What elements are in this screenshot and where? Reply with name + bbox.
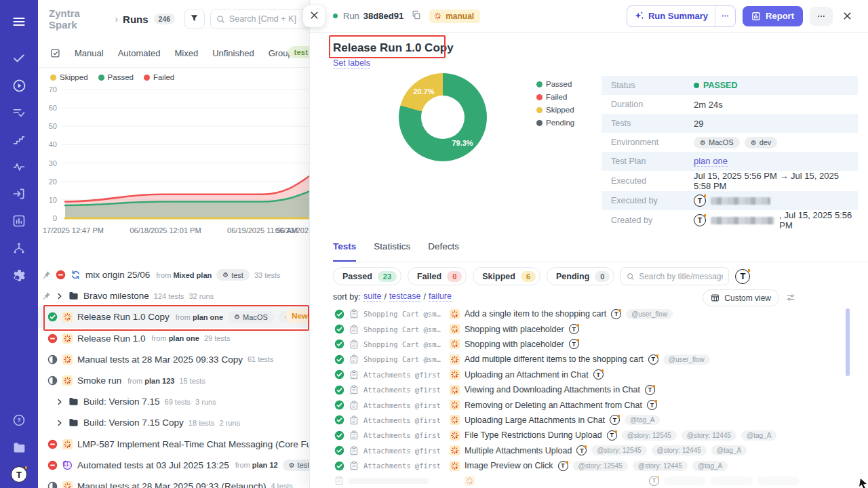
gear-icon: ⚙	[700, 139, 706, 146]
runs-count-badge: 246	[154, 14, 176, 24]
donut-legend-item-skipped[interactable]: Skipped	[536, 106, 574, 114]
view-settings-sliders-icon[interactable]	[785, 291, 797, 304]
close-run-details-button[interactable]	[840, 8, 855, 24]
test-row[interactable]: Attachments @firstRemoving or Deleting a…	[310, 397, 868, 412]
runs-tab-automated[interactable]: Automated	[118, 48, 161, 58]
run-title: LMP-587 Implement Real-Time Chat Messagi…	[77, 439, 309, 449]
settings-gear-icon[interactable]	[0, 262, 38, 289]
set-labels-link[interactable]: Set labels	[333, 58, 370, 69]
test-title[interactable]: Image Preview on Click	[465, 461, 553, 470]
branches-icon[interactable]	[0, 235, 38, 262]
run-summary-button[interactable]: Run Summary	[627, 6, 715, 26]
help-icon[interactable]: ?	[0, 407, 38, 434]
plan-name[interactable]: plan one	[193, 313, 223, 321]
run-row[interactable]: Release Run 1.0from plan one29 tests	[38, 328, 309, 349]
filter-passed-button[interactable]: Passed23	[333, 267, 401, 285]
test-title[interactable]: Uploading Large Attachments in Chat	[465, 415, 605, 425]
plan-name[interactable]: plan 123	[144, 377, 174, 385]
tab-defects[interactable]: Defects	[428, 241, 459, 262]
donut-legend-item-pending[interactable]: Pending	[536, 119, 574, 127]
tab-tests[interactable]: Tests	[333, 241, 356, 262]
tests-search-input[interactable]: Search by title/message	[620, 267, 729, 285]
filter-pending-button[interactable]: Pending0	[547, 267, 614, 285]
filter-skipped-button[interactable]: Skipped6	[473, 267, 540, 285]
test-row[interactable]: Attachments @firstMultiple Attachments U…	[310, 443, 868, 458]
test-row[interactable]: Shopping Cart @sm...Shopping with placeh…	[310, 321, 868, 336]
bulk-select-icon[interactable]	[50, 48, 60, 58]
test-title[interactable]: Multiple Attachments Upload	[465, 446, 572, 455]
test-row[interactable]: T	[310, 473, 868, 488]
test-plan-link[interactable]: plan one	[694, 156, 728, 167]
user-avatar: T	[569, 339, 579, 349]
runs-tab-manual[interactable]: Manual	[75, 48, 104, 58]
run-summary-more-button[interactable]	[715, 6, 735, 26]
run-row[interactable]: mix origin 25/06from Mixed plan⚙test33 t…	[38, 264, 309, 285]
test-title[interactable]: Add multiple different items to the shop…	[465, 354, 644, 364]
run-row[interactable]: Manual tests at 28 Mar 2025 09:33 Copy61…	[38, 349, 309, 370]
spark-icon	[450, 369, 460, 380]
donut-legend-item-passed[interactable]: Passed	[536, 80, 574, 88]
test-suite: Shopping Cart @sm...	[363, 355, 445, 363]
filter-button[interactable]	[184, 9, 205, 29]
run-row[interactable]: Manual tests at 28 Mar 2025 09:33 (Relau…	[38, 476, 309, 488]
test-row[interactable]: Shopping Cart @sm...Add multiple differe…	[310, 352, 868, 367]
runs-tab-unfinished[interactable]: Unfinished	[212, 48, 254, 58]
test-title[interactable]: Viewing and Downloading Attachments in C…	[465, 385, 640, 394]
test-title[interactable]: Shopping with placeholder	[465, 325, 564, 334]
test-title[interactable]: File Type Restrictions During Upload	[465, 430, 602, 440]
custom-view-button[interactable]: Custom view	[703, 289, 779, 306]
test-row[interactable]: Shopping Cart @sm...Add a single item to…	[310, 306, 868, 321]
run-row[interactable]: LMP-587 Implement Real-Time Chat Messagi…	[38, 434, 309, 455]
runs-icon[interactable]	[0, 72, 38, 99]
import-icon[interactable]	[0, 180, 38, 207]
test-suite: Attachments @first	[363, 462, 445, 470]
plan-name[interactable]: plan 12	[252, 461, 278, 469]
scrollbar-thumb[interactable]	[846, 308, 850, 376]
run-row[interactable]: Automated tests at 03 Jul 2025 13:25from…	[38, 455, 309, 476]
run-row[interactable]: Build: Version 7.15 Copy18 tests2 runs	[38, 412, 309, 433]
filter-failed-button[interactable]: Failed0	[408, 267, 467, 285]
test-row[interactable]: Attachments @firstImage Preview on Click…	[310, 458, 868, 473]
runs-search-input[interactable]: Search [Cmd + K]	[210, 9, 309, 29]
tab-statistics[interactable]: Statistics	[374, 241, 410, 262]
run-row[interactable]: Smoke runfrom plan 12315 tests	[38, 370, 309, 391]
test-row[interactable]: Shopping Cart @sm...Shopping with placeh…	[310, 337, 868, 352]
run-row[interactable]: Bravo milestone124 tests32 runs	[38, 285, 309, 306]
test-title[interactable]: Uploading an Attachment in Chat	[465, 370, 589, 380]
test-cases-icon[interactable]	[0, 45, 38, 72]
legend-item-failed[interactable]: Failed	[144, 73, 174, 81]
test-suite: Shopping Cart @sm...	[363, 310, 445, 318]
legend-item-skipped[interactable]: Skipped	[50, 73, 88, 81]
activity-icon[interactable]	[0, 153, 38, 180]
run-row[interactable]: Release Run 1.0 Copyfrom plan one⚙MacOS⚙…	[38, 306, 309, 327]
sort-by-testcase[interactable]: testcase	[389, 291, 421, 302]
test-row[interactable]: Attachments @firstFile Type Restrictions…	[310, 428, 868, 443]
plan-name[interactable]: plan one	[169, 334, 199, 342]
test-row[interactable]: Attachments @firstUploading an Attachmen…	[310, 367, 868, 382]
sort-by-failure[interactable]: failure	[429, 291, 452, 302]
sort-by-suite[interactable]: suite	[363, 291, 381, 302]
reports-icon[interactable]	[0, 207, 38, 235]
test-row[interactable]: Attachments @firstUploading Large Attach…	[310, 413, 868, 428]
plan-name[interactable]: Mixed plan	[173, 271, 212, 279]
projects-folder-icon[interactable]	[0, 434, 38, 461]
more-actions-button[interactable]	[810, 7, 833, 26]
run-row[interactable]: Build: Version 7.1569 tests3 runs	[38, 391, 309, 412]
runs-tab-mixed[interactable]: Mixed	[175, 48, 199, 58]
panel-close-floating-button[interactable]	[303, 5, 325, 27]
legend-item-passed[interactable]: Passed	[98, 73, 134, 81]
milestones-icon[interactable]	[0, 126, 38, 153]
donut-legend-item-failed[interactable]: Failed	[536, 93, 574, 101]
test-title[interactable]: Add a single item to the shopping cart	[465, 309, 606, 319]
assignee-filter-avatar[interactable]: T	[735, 269, 750, 284]
test-plans-icon[interactable]	[0, 99, 38, 126]
menu-icon[interactable]	[0, 8, 38, 35]
test-title[interactable]: Shopping with placeholder	[465, 340, 564, 349]
user-avatar[interactable]: T	[0, 461, 38, 488]
breadcrumb-project[interactable]: Zyntra Spark	[49, 7, 110, 30]
copy-run-id-button[interactable]	[410, 9, 422, 23]
report-button[interactable]: Report	[743, 6, 803, 26]
clipboard-icon	[349, 340, 359, 349]
test-title[interactable]: Removing or Deleting an Attachment from …	[465, 401, 642, 410]
test-row[interactable]: Attachments @firstViewing and Downloadin…	[310, 382, 868, 397]
